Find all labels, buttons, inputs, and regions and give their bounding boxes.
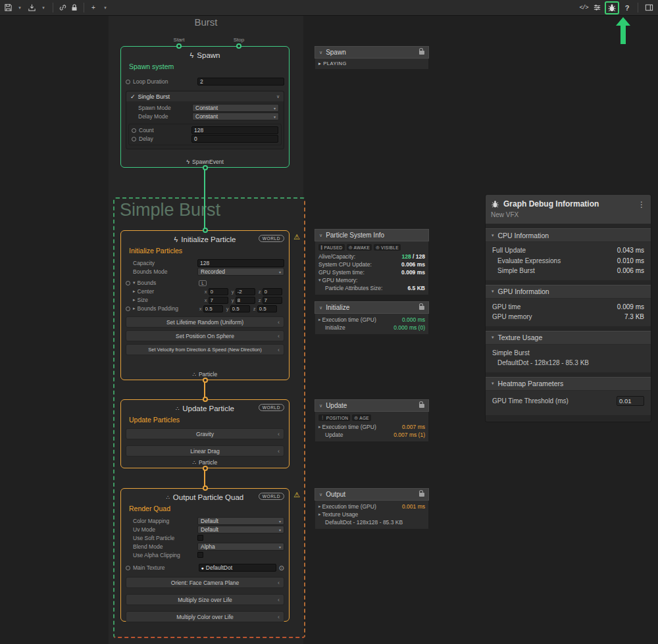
world-badge[interactable]: WORLD [259,493,284,500]
code-icon[interactable]: </> [578,2,589,14]
spawn-node[interactable]: Start Stop ϟ Spawn Spawn system Loop Dur… [120,46,290,168]
check-icon[interactable]: ✓ [130,93,136,100]
single-burst-block[interactable]: ✓ Single Burst ∨ Spawn Mode Constant ▾ D… [126,91,284,149]
collapse-chevron-icon[interactable]: ∨ [319,305,322,310]
center-y-input[interactable] [236,288,255,295]
gpu-section-header[interactable]: ▾ GPU Information [486,285,651,299]
spawn-node-header[interactable]: ϟ Spawn [121,49,289,62]
block-multiply-size[interactable]: Multiply Size over Life ‹ [126,594,284,605]
output-input-port[interactable] [203,485,208,491]
foldout-icon[interactable]: ▸ [133,297,136,303]
block-multiply-color[interactable]: Multiply Color over Life ‹ [126,611,284,622]
blend-mode-dropdown[interactable]: Alpha ▾ [197,543,284,551]
warning-icon[interactable]: ⚠ [293,491,300,499]
lock-icon[interactable] [69,2,80,14]
foldout-icon[interactable]: ▾ [492,335,494,340]
block-linear-drag[interactable]: Linear Drag ‹ [126,445,284,457]
main-texture-port[interactable] [126,566,130,570]
panel-toggle-icon[interactable] [644,2,654,14]
block-orient-face-camera[interactable]: Orient: Face Camera Plane ‹ [126,577,284,588]
block-set-position-on-sphere[interactable]: Set Position On Sphere ‹ [126,330,284,341]
bounds-padding-z-input[interactable] [257,305,277,312]
lock-icon[interactable] [419,306,424,310]
collapse-chevron-icon[interactable]: ∨ [319,233,322,238]
lock-icon[interactable] [419,404,424,408]
bounds-port[interactable] [126,281,130,285]
loop-duration-input[interactable] [197,78,284,86]
system-info-header[interactable]: ∨ Particle System Info [315,229,429,241]
add-dropdown[interactable]: ▾ [100,2,111,14]
collapse-chevron-icon[interactable]: ∨ [319,492,322,497]
template-dropdown[interactable]: ▾ [38,2,49,14]
single-burst-header[interactable]: ✓ Single Burst ∨ [126,91,284,101]
lock-icon[interactable] [419,51,424,55]
bounds-mode-dropdown[interactable]: Recorded ▾ [197,268,284,276]
initialize-output-anchor[interactable]: ∴ Particle [121,371,289,378]
initialize-output-port[interactable] [203,378,208,383]
initialize-node-header[interactable]: ϟ Initialize Particle WORLD [121,233,289,246]
collapse-chevron-icon[interactable]: ∨ [319,50,322,55]
foldout-icon[interactable]: ▾ [492,289,494,294]
foldout-icon[interactable]: ▸ [318,424,321,430]
foldout-icon[interactable]: ▸ [133,306,136,311]
foldout-icon[interactable]: ▾ [318,278,321,283]
spawn-start-port[interactable] [176,43,182,49]
world-badge[interactable]: WORLD [259,404,284,411]
spawn-stop-port[interactable] [236,43,241,49]
chevron-down-icon[interactable]: ∨ [276,94,280,99]
debug-icon[interactable] [605,1,619,14]
graph-canvas[interactable]: Burst Simple Burst Start Stop ϟ Spawn Sp… [0,16,658,644]
heatmap-section-header[interactable]: ▾ Heatmap Parameters [486,377,651,391]
update-input-port[interactable] [203,397,208,402]
collapse-chevron-icon[interactable]: ‹ [278,448,280,455]
collapse-chevron-icon[interactable]: ‹ [278,347,280,353]
bounds-padding-port[interactable] [126,307,130,311]
foldout-icon[interactable]: ▾ [492,381,494,386]
save-dropdown[interactable]: ▾ [14,2,25,14]
main-texture-field[interactable]: ● DefaultDot [199,564,276,572]
bounds-padding-y-input[interactable] [230,305,250,312]
loop-duration-port[interactable] [126,80,130,84]
foldout-icon[interactable]: ▾ [492,233,494,238]
space-badge[interactable]: L [199,280,207,286]
initialize-panel-header[interactable]: ∨ Initialize [315,301,429,314]
color-mapping-dropdown[interactable]: Default ▾ [197,517,284,525]
foldout-icon[interactable]: ▾ [133,280,136,285]
size-y-input[interactable] [236,297,255,304]
uv-mode-dropdown[interactable]: Default ▾ [197,526,284,533]
spawn-mode-dropdown[interactable]: Constant ▾ [192,104,279,112]
output-node[interactable]: ⚠ ∴ Output Particle Quad WORLD Render Qu… [120,488,290,622]
output-panel-header[interactable]: ∨ Output [315,488,429,501]
initialize-node[interactable]: ⚠ ϟ Initialize Particle WORLD Initialize… [120,230,290,380]
center-x-input[interactable] [209,288,228,295]
update-node-header[interactable]: ∴ Update Particle WORLD [121,402,289,415]
update-node[interactable]: ∴ Update Particle WORLD Update Particles… [120,399,290,468]
update-panel-header[interactable]: ∨ Update [315,399,429,412]
object-picker-icon[interactable]: ⊙ [279,564,284,572]
add-button[interactable]: + [88,2,99,14]
foldout-icon[interactable]: ▸ [318,317,321,322]
collapse-chevron-icon[interactable]: ‹ [278,319,280,326]
texture-section-header[interactable]: ▾ Texture Usage [486,331,651,345]
foldout-icon[interactable]: ▸ [318,512,321,517]
bounds-padding-x-input[interactable] [203,305,223,312]
update-output-port[interactable] [203,466,208,471]
size-x-input[interactable] [209,297,228,304]
initialize-input-port[interactable] [203,228,208,233]
output-node-header[interactable]: ∴ Output Particle Quad WORLD [121,491,289,504]
collapse-chevron-icon[interactable]: ‹ [278,580,280,586]
use-soft-particle-checkbox[interactable] [197,535,203,541]
block-set-lifetime-random[interactable]: Set Lifetime Random (Uniform) ‹ [126,316,284,328]
sliders-icon[interactable] [592,2,602,14]
spawn-event-port[interactable] [203,165,208,170]
save-button[interactable] [3,2,13,14]
lock-icon[interactable] [419,493,424,497]
link-icon[interactable] [57,2,68,14]
collapse-chevron-icon[interactable]: ‹ [278,431,280,437]
edge-spawn-to-initialize[interactable] [204,168,205,230]
cpu-section-header[interactable]: ▾ CPU Information [486,228,651,242]
block-gravity[interactable]: Gravity ‹ [126,428,284,439]
center-z-input[interactable] [263,288,282,295]
update-output-anchor[interactable]: ∴ Particle [121,459,289,466]
menu-icon[interactable]: ⋮ [638,200,645,209]
